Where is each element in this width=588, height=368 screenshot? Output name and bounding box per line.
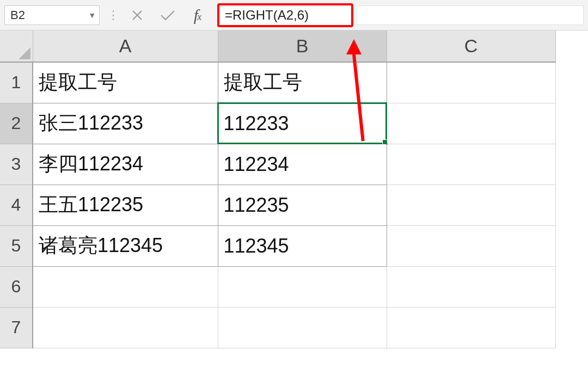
chevron-down-icon: ▼ (88, 11, 96, 20)
cell-C3[interactable] (387, 144, 555, 185)
cell-C4[interactable] (387, 185, 555, 225)
row-header-7[interactable]: 7 (0, 307, 33, 348)
cancel-icon[interactable] (129, 7, 145, 23)
cell-B6[interactable] (218, 266, 387, 307)
cell-C2[interactable] (387, 103, 555, 144)
cell-C1[interactable] (387, 62, 555, 103)
row-header-5[interactable]: 5 (0, 225, 33, 266)
col-header-A[interactable]: A (33, 30, 218, 62)
cell-C5[interactable] (387, 225, 555, 266)
row-header-1[interactable]: 1 (0, 62, 33, 103)
cell-A4[interactable]: 王五112235 (33, 185, 218, 225)
select-all-corner[interactable] (0, 30, 33, 62)
cell-A7[interactable] (33, 307, 218, 348)
name-box-value: B2 (10, 8, 25, 22)
divider-icon: ⋮ (107, 9, 118, 21)
cell-B5[interactable]: 112345 (218, 225, 387, 266)
formula-text: =RIGHT(A2,6) (225, 8, 309, 23)
formula-input-extend[interactable] (358, 5, 584, 25)
cell-A5[interactable]: 诸葛亮112345 (33, 225, 218, 266)
row-header-4[interactable]: 4 (0, 185, 33, 225)
formula-input[interactable]: =RIGHT(A2,6) (217, 3, 353, 27)
spreadsheet-grid[interactable]: A B C 1 提取工号 提取工号 2 张三112233 112233 3 李四… (0, 30, 588, 348)
cell-B4[interactable]: 112235 (218, 185, 387, 225)
row-header-2[interactable]: 2 (0, 103, 33, 144)
name-box[interactable]: B2 ▼ (4, 5, 100, 25)
row-header-3[interactable]: 3 (0, 144, 33, 185)
cell-A2[interactable]: 张三112233 (33, 103, 218, 144)
cell-C6[interactable] (387, 266, 555, 307)
cell-A3[interactable]: 李四112234 (33, 144, 218, 185)
cell-B7[interactable] (218, 307, 387, 348)
annotation-arrow (354, 39, 362, 142)
cell-A1[interactable]: 提取工号 (33, 62, 218, 103)
row-header-6[interactable]: 6 (0, 266, 33, 307)
formula-bar: B2 ▼ ⋮ fx =RIGHT(A2,6) (0, 0, 588, 30)
fx-icon[interactable]: fx (190, 7, 206, 23)
col-header-C[interactable]: C (387, 30, 555, 62)
confirm-icon[interactable] (160, 7, 176, 23)
cell-A6[interactable] (33, 266, 218, 307)
cell-C7[interactable] (387, 307, 555, 348)
cell-B3[interactable]: 112234 (218, 144, 387, 185)
formula-controls: fx (126, 7, 210, 23)
